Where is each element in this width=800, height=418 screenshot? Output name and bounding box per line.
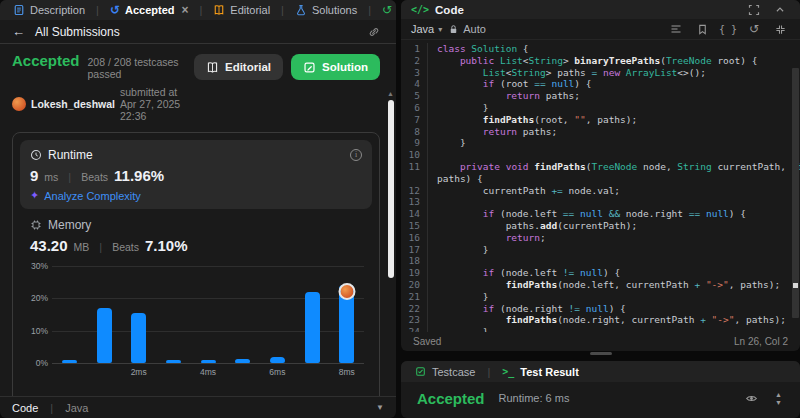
code-line[interactable]: 9 }	[401, 137, 800, 149]
language-selector[interactable]: Java ▾	[411, 23, 442, 35]
beats-label: Beats	[81, 171, 108, 183]
editorial-button[interactable]: Editorial	[194, 54, 283, 80]
flask-icon	[295, 4, 307, 16]
result-tab-bar: Testcase | >_ Test Result	[401, 361, 800, 382]
tab-label: Description	[30, 4, 85, 16]
testcases-passed: 208 / 208 testcases passed	[88, 56, 194, 80]
code-line[interactable]: 13	[401, 196, 800, 208]
tab-testcase[interactable]: Testcase	[411, 366, 479, 378]
chart-bar[interactable]	[62, 360, 77, 363]
auto-save-indicator[interactable]: Auto	[448, 23, 486, 35]
code-line[interactable]: 15 paths.add(currentPath);	[401, 220, 800, 232]
analyze-complexity-link[interactable]: ✦ Analyze Complexity	[30, 189, 362, 202]
runtime-distribution-chart[interactable]: 0%10%20%30%2ms4ms6ms8ms	[20, 266, 368, 382]
test-result-panel: Testcase | >_ Test Result Accepted Runti…	[401, 361, 800, 418]
code-line[interactable]: 16 return;	[401, 232, 800, 244]
chart-bar[interactable]	[201, 360, 216, 363]
code-line[interactable]: 7 findPaths(root, "", paths);	[401, 114, 800, 126]
scroll-down-arrow[interactable]: ▼	[775, 399, 782, 406]
memory-block[interactable]: Memory 43.20 MB | Beats 7.10%	[20, 209, 372, 254]
solution-button[interactable]: Solution	[291, 54, 380, 80]
code-line[interactable]: 21 }	[401, 291, 800, 303]
y-axis-tick: 20%	[31, 293, 48, 303]
chart-bar[interactable]	[166, 360, 181, 363]
check-square-icon	[415, 366, 426, 377]
editor-status-bar: Saved Ln 26, Col 2	[401, 332, 800, 351]
code-line[interactable]: paths) {	[401, 173, 800, 185]
chart-bar[interactable]	[270, 357, 285, 363]
code-line[interactable]: 18	[401, 255, 800, 267]
tab-submissions[interactable]: ↺ Submissions	[375, 0, 396, 20]
code-line[interactable]: 2 public List<String> binaryTreePaths(Tr…	[401, 55, 800, 67]
chevron-down-icon: ▾	[438, 25, 442, 34]
back-arrow-icon[interactable]: ←	[12, 24, 25, 39]
collapse-up-icon[interactable]	[770, 1, 790, 19]
runtime-card[interactable]: Runtime i 9 ms | Beats 11.96% ✦ Analyze …	[20, 140, 372, 209]
tab-label: Solutions	[312, 4, 357, 16]
tab-solutions[interactable]: Solutions	[288, 0, 364, 20]
eye-icon[interactable]	[741, 389, 761, 407]
code-line[interactable]: 17 }	[401, 244, 800, 256]
scroll-arrows[interactable]: ▲ ▼	[775, 391, 784, 406]
username[interactable]: Lokesh_deshwal	[31, 98, 115, 110]
code-line[interactable]: 1class Solution {	[401, 43, 800, 55]
right-panel: </> Code Java ▾ Auto	[401, 0, 800, 418]
braces-icon[interactable]: { }	[718, 20, 738, 38]
leetcode-window: Description | ↺ Accepted × | Editorial |…	[0, 0, 800, 418]
memory-label: Memory	[48, 218, 91, 232]
tab-accepted[interactable]: ↺ Accepted ×	[103, 0, 196, 20]
lock-icon	[448, 24, 459, 35]
code-line[interactable]: 11 private void findPaths(TreeNode node,…	[401, 161, 800, 173]
submission-detail: Accepted 208 / 208 testcases passed Loke…	[0, 44, 396, 396]
code-line[interactable]: 6 }	[401, 102, 800, 114]
user-avatar	[12, 97, 26, 111]
code-line[interactable]: 8 return paths;	[401, 126, 800, 138]
left-scrollbar-thumb[interactable]	[388, 100, 394, 278]
language-label: Java	[411, 23, 434, 35]
code-line[interactable]: 4 if (root == null) {	[401, 78, 800, 90]
editor-scrollbar-thumb[interactable]	[793, 283, 798, 288]
close-icon[interactable]: ×	[181, 3, 188, 17]
code-line[interactable]: 10	[401, 149, 800, 161]
tab-editorial[interactable]: Editorial	[206, 0, 277, 20]
chevron-down-icon[interactable]: ▼	[376, 403, 384, 412]
info-icon[interactable]: i	[350, 149, 362, 161]
tab-test-result[interactable]: >_ Test Result	[498, 366, 583, 378]
tab-description[interactable]: Description	[6, 0, 92, 20]
y-axis-tick: 30%	[31, 261, 48, 271]
reset-code-icon[interactable]: ↺	[744, 20, 764, 38]
chart-bar[interactable]	[97, 308, 112, 363]
scroll-up-arrow[interactable]: ▲	[775, 391, 782, 398]
code-line[interactable]: 24 }	[401, 326, 800, 332]
expand-icon[interactable]	[744, 1, 764, 19]
solution-button-label: Solution	[322, 61, 368, 73]
code-panel-header: </> Code	[401, 0, 800, 19]
chart-bar[interactable]	[305, 292, 320, 363]
subheader-title: All Submissions	[35, 25, 120, 39]
result-status: Accepted	[417, 390, 485, 407]
code-line[interactable]: 22 if (node.right != null) {	[401, 303, 800, 315]
code-line[interactable]: 3 List<String> paths = new ArrayList<>()…	[401, 67, 800, 79]
left-bottom-bar[interactable]: Code | Java ▼	[0, 396, 396, 418]
history-icon: ↺	[110, 3, 120, 17]
panel-resize-handle[interactable]	[590, 352, 612, 355]
chart-bar[interactable]	[235, 359, 250, 363]
code-line[interactable]: 12 currentPath += node.val;	[401, 185, 800, 197]
code-line[interactable]: 14 if (node.left == null && node.right =…	[401, 208, 800, 220]
cursor-position[interactable]: Ln 26, Col 2	[734, 336, 788, 347]
format-code-icon[interactable]	[666, 20, 686, 38]
copy-link-icon[interactable]	[364, 23, 384, 41]
shrink-icon[interactable]	[770, 20, 790, 38]
code-line[interactable]: 5 return paths;	[401, 90, 800, 102]
code-line[interactable]: 19 if (node.left != null) {	[401, 267, 800, 279]
scroll-up-arrow[interactable]: ▲	[387, 90, 394, 97]
code-line[interactable]: 23 findPaths(node.right, currentPath + "…	[401, 314, 800, 326]
bookmark-icon[interactable]	[692, 20, 712, 38]
chart-bar[interactable]	[131, 313, 146, 363]
code-editor[interactable]: 1class Solution {2 public List<String> b…	[401, 40, 800, 332]
beats-label: Beats	[112, 241, 139, 253]
code-line[interactable]: 20 findPaths(node.left, currentPath + "-…	[401, 279, 800, 291]
auto-label: Auto	[463, 23, 486, 35]
editor-scrollbar[interactable]	[792, 68, 799, 318]
x-axis-tick: 4ms	[200, 367, 216, 377]
